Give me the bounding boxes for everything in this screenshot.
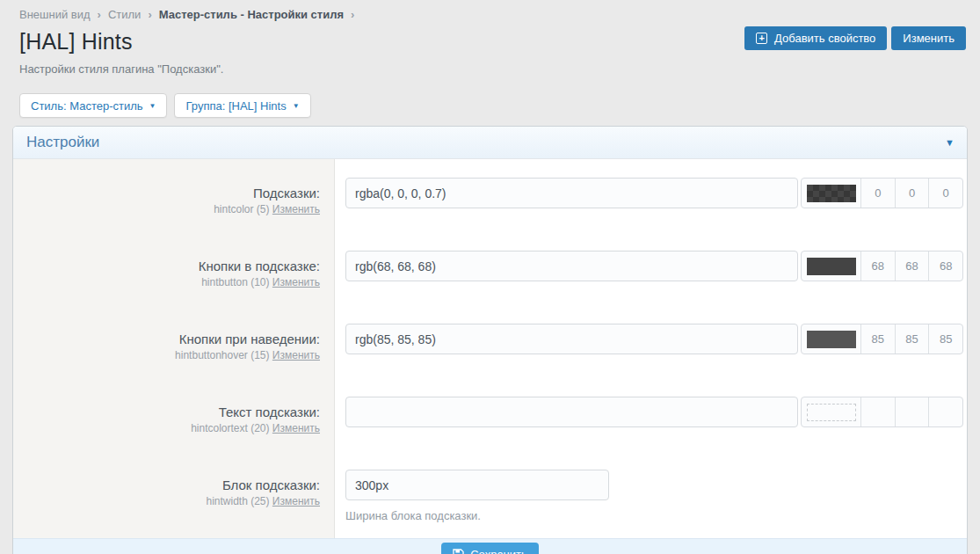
settings-panel: Настройки Подсказки: hintcolor (5) Измен…: [12, 126, 968, 554]
chevron-down-icon: [149, 102, 156, 110]
hintcolor-input[interactable]: [345, 178, 798, 208]
property-name: hintbutton (10): [201, 276, 269, 288]
property-name: hintwidth (25): [206, 495, 269, 507]
color-picker-group: 68 68 68: [801, 251, 963, 281]
collapse-chevron-icon[interactable]: [945, 137, 955, 148]
panel-title: Настройки: [26, 134, 99, 151]
property-label: Кнопки при наведении:: [13, 331, 320, 347]
property-row-hintcolortext: Текст подсказки: hintcolortext (20) Изме…: [13, 378, 967, 451]
header-actions: Добавить свойство Изменить: [744, 26, 966, 50]
style-dropdown[interactable]: Стиль: Мастер-стиль: [19, 93, 167, 118]
rgb-r-value[interactable]: [860, 397, 895, 426]
settings-panel-body: Подсказки: hintcolor (5) Изменить 0 0 0: [13, 159, 967, 538]
property-row-hintcolor: Подсказки: hintcolor (5) Изменить 0 0 0: [13, 159, 967, 232]
breadcrumb-current[interactable]: Мастер-стиль - Настройки стиля: [159, 8, 344, 21]
edit-button-label: Изменить: [903, 32, 955, 45]
filter-row: Стиль: Мастер-стиль Группа: [HAL] Hints: [19, 93, 966, 118]
hintbuttonhover-input[interactable]: [345, 324, 798, 354]
top-header: Внешний вид Стили Мастер-стиль - Настрой…: [0, 0, 980, 118]
property-label: Кнопки в подсказке:: [13, 258, 320, 274]
page-subtitle: Настройки стиля плагина "Подсказки".: [19, 62, 966, 76]
color-swatch[interactable]: [807, 258, 856, 275]
breadcrumb-styles[interactable]: Стили: [108, 8, 141, 21]
hintbutton-input[interactable]: [345, 251, 798, 281]
color-swatch[interactable]: [807, 185, 856, 202]
field-description: Ширина блока подсказки.: [345, 509, 609, 522]
color-picker-group: [801, 397, 963, 427]
rgb-r-value[interactable]: 85: [860, 324, 895, 354]
group-dropdown-label: Группа: [HAL] Hints: [185, 99, 286, 113]
property-label: Блок подсказки:: [13, 477, 320, 493]
property-row-hintbutton: Кнопки в подсказке: hintbutton (10) Изме…: [13, 232, 967, 305]
edit-button[interactable]: Изменить: [891, 26, 966, 50]
property-label: Текст подсказки:: [13, 404, 320, 420]
breadcrumb-separator-icon: [148, 8, 151, 21]
rgb-b-value[interactable]: 0: [928, 179, 962, 208]
rgb-b-value[interactable]: 68: [928, 251, 962, 281]
color-swatch[interactable]: [807, 404, 856, 421]
rgb-g-value[interactable]: 85: [895, 324, 929, 354]
save-button-label: Сохранить: [470, 548, 527, 554]
breadcrumb-separator-icon: [351, 8, 354, 21]
property-name: hintbuttonhover (15): [175, 349, 269, 361]
breadcrumb-separator-icon: [98, 8, 101, 21]
property-row-hintbuttonhover: Кнопки при наведении: hintbuttonhover (1…: [13, 305, 967, 378]
group-dropdown[interactable]: Группа: [HAL] Hints: [174, 93, 310, 118]
plus-icon: [756, 33, 767, 44]
rgb-b-value[interactable]: [928, 397, 962, 426]
property-edit-link[interactable]: Изменить: [272, 495, 320, 507]
property-row-hintwidth: Блок подсказки: hintwidth (25) Изменить …: [13, 451, 967, 538]
save-floppy-icon: [453, 549, 464, 554]
color-swatch[interactable]: [807, 331, 856, 348]
property-edit-link[interactable]: Изменить: [272, 422, 320, 434]
color-picker-group: 0 0 0: [801, 178, 963, 208]
rgb-r-value[interactable]: 0: [860, 179, 895, 208]
rgb-g-value[interactable]: [895, 397, 929, 426]
rgb-r-value[interactable]: 68: [860, 251, 895, 281]
color-picker-group: 85 85 85: [801, 324, 963, 354]
property-name: hintcolor (5): [214, 203, 269, 215]
settings-panel-header[interactable]: Настройки: [13, 127, 967, 159]
add-property-label: Добавить свойство: [774, 32, 875, 45]
hintcolortext-input[interactable]: [345, 397, 798, 427]
rgb-g-value[interactable]: 68: [895, 251, 929, 281]
property-edit-link[interactable]: Изменить: [272, 203, 320, 215]
add-property-button[interactable]: Добавить свойство: [744, 26, 887, 50]
save-button[interactable]: Сохранить: [441, 543, 539, 554]
breadcrumb: Внешний вид Стили Мастер-стиль - Настрой…: [19, 8, 966, 21]
breadcrumb-appearance[interactable]: Внешний вид: [19, 8, 91, 21]
hintwidth-input[interactable]: [345, 470, 609, 500]
property-edit-link[interactable]: Изменить: [272, 276, 320, 288]
property-label: Подсказки:: [13, 185, 320, 201]
style-dropdown-label: Стиль: Мастер-стиль: [31, 99, 143, 113]
chevron-down-icon: [293, 102, 300, 110]
rgb-g-value[interactable]: 0: [895, 179, 929, 208]
rgb-b-value[interactable]: 85: [928, 324, 962, 354]
property-edit-link[interactable]: Изменить: [272, 349, 320, 361]
property-name: hintcolortext (20): [191, 422, 269, 434]
panel-footer: Сохранить: [13, 538, 967, 554]
